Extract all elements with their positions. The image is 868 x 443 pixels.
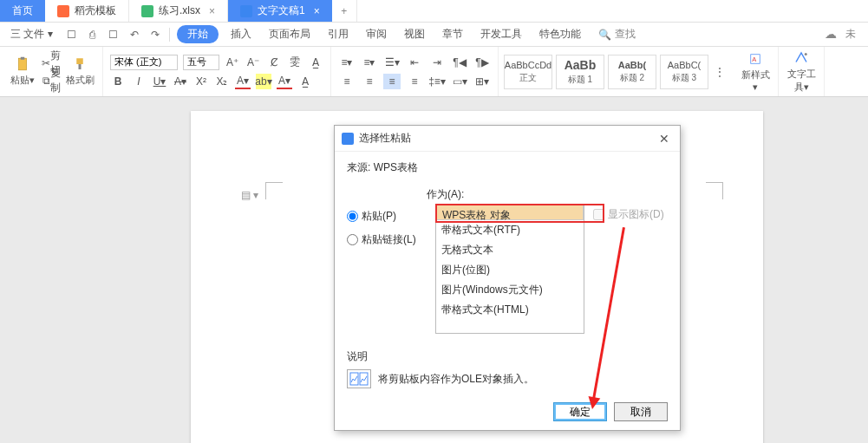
svg-point-6 xyxy=(805,53,807,55)
clipboard-group: 粘贴▾ ✂ 剪切 ⧉ 复制 格式刷 xyxy=(0,47,103,96)
menu-bar: 三 文件 ▾ ☐ ⎙ ☐ ↶ ↷ 开始 插入 页面布局 引用 审阅 视图 章节 … xyxy=(0,23,868,47)
undo-icon[interactable]: ↶ xyxy=(127,28,141,42)
ribbon: 粘贴▾ ✂ 剪切 ⧉ 复制 格式刷 A⁺ A⁻ Ȼ 雯 A̲ B I U▾ A▾… xyxy=(0,47,868,97)
ltr-icon[interactable]: ¶◀ xyxy=(451,55,468,70)
explain-section: 说明 将剪贴板内容作为OLE对象插入。 xyxy=(347,349,668,388)
tab-xlsx[interactable]: 练习.xlsx× xyxy=(129,0,228,22)
style-h3[interactable]: AaBbC(标题 3 xyxy=(660,55,708,89)
bold-icon[interactable]: B xyxy=(110,74,126,89)
text-color-icon[interactable]: A▾ xyxy=(277,74,292,89)
list-item[interactable]: WPS表格 对象 xyxy=(436,205,584,220)
save-icon[interactable]: ☐ xyxy=(65,28,79,42)
subscript-icon[interactable]: X₂ xyxy=(214,74,230,89)
clear-format-icon[interactable]: Ȼ xyxy=(266,55,282,70)
tab-xlsx-label: 练习.xlsx xyxy=(159,3,200,18)
radio-paste-link[interactable]: 粘贴链接(L) xyxy=(347,232,427,247)
tab-doc-active[interactable]: 文字文稿1× xyxy=(228,0,332,22)
writer-icon xyxy=(240,5,252,17)
underline-icon[interactable]: U▾ xyxy=(152,74,167,89)
search-box[interactable]: 🔍查找 xyxy=(598,27,636,42)
menu-section[interactable]: 章节 xyxy=(437,25,468,43)
radio-paste[interactable]: 粘贴(P) xyxy=(347,209,427,224)
indent-inc-icon[interactable]: ⇥ xyxy=(428,55,446,70)
search-icon: 🔍 xyxy=(598,29,611,41)
highlight-icon[interactable]: ab▾ xyxy=(256,74,271,89)
print-icon[interactable]: ⎙ xyxy=(86,28,100,42)
preview-icon[interactable]: ☐ xyxy=(107,28,121,42)
ok-button[interactable]: 确定 xyxy=(553,402,607,421)
shrink-font-icon[interactable]: A⁻ xyxy=(245,55,261,70)
borders-icon[interactable]: ⊞▾ xyxy=(473,74,491,89)
shading-icon[interactable]: ▭▾ xyxy=(451,74,468,89)
format-listbox[interactable]: WPS表格 对象 带格式文本(RTF) 无格式文本 图片(位图) 图片(Wind… xyxy=(435,204,584,334)
svg-rect-3 xyxy=(79,64,82,69)
list-item[interactable]: 带格式文本(HTML) xyxy=(436,300,584,320)
tab-new[interactable]: + xyxy=(332,0,357,22)
align-center-icon[interactable]: ≡ xyxy=(361,74,378,89)
copy-button[interactable]: ⧉ 复制 xyxy=(43,73,59,88)
explain-heading: 说明 xyxy=(347,349,668,364)
close-icon[interactable]: × xyxy=(314,5,320,17)
pinyin-icon[interactable]: 雯 xyxy=(287,55,303,70)
file-menu[interactable]: 三 文件 ▾ xyxy=(5,25,58,43)
menu-feature[interactable]: 特色功能 xyxy=(534,25,586,43)
svg-rect-7 xyxy=(350,373,358,385)
menu-view[interactable]: 视图 xyxy=(399,25,430,43)
list-item[interactable]: 无格式文本 xyxy=(436,240,584,260)
menu-ref[interactable]: 引用 xyxy=(323,25,354,43)
menu-und: 未 xyxy=(845,27,856,42)
char-border-icon[interactable]: A̲ xyxy=(308,55,323,70)
styles-group: AaBbCcDd正文 AaBb标题 1 AaBb(标题 2 AaBbC(标题 3… xyxy=(499,47,733,96)
menu-review[interactable]: 审阅 xyxy=(361,25,392,43)
menu-insert[interactable]: 插入 xyxy=(225,25,257,43)
format-brush-button[interactable]: 格式刷 xyxy=(64,56,95,87)
align-right-icon[interactable]: ≡ xyxy=(406,74,423,89)
cancel-button[interactable]: 取消 xyxy=(614,402,668,421)
style-normal[interactable]: AaBbCcDd正文 xyxy=(504,55,552,89)
align-justify-icon[interactable]: ≡ xyxy=(383,74,401,89)
paste-button[interactable]: 粘贴▾ xyxy=(7,56,38,87)
strike-icon[interactable]: A▾ xyxy=(173,74,188,89)
font-group: A⁺ A⁻ Ȼ 雯 A̲ B I U▾ A▾ X² X₂ A▾ ab▾ A▾ A… xyxy=(103,47,331,96)
new-style-button[interactable]: A新样式▾ xyxy=(740,51,771,93)
multilevel-icon[interactable]: ☰▾ xyxy=(383,55,401,70)
char-shading-icon[interactable]: A̲ xyxy=(297,74,313,89)
newstyle-group: A新样式▾ xyxy=(733,47,779,96)
font-color-icon[interactable]: A▾ xyxy=(235,74,251,89)
document-tabbar: 首页 稻壳模板 练习.xlsx× 文字文稿1× + xyxy=(0,0,868,23)
show-icon-checkbox[interactable]: 显示图标(D) xyxy=(593,207,668,222)
list-item[interactable]: 带格式文本(RTF) xyxy=(436,220,584,240)
menu-layout[interactable]: 页面布局 xyxy=(264,25,316,43)
grow-font-icon[interactable]: A⁺ xyxy=(225,55,240,70)
close-icon[interactable]: × xyxy=(209,5,215,17)
tab-home[interactable]: 首页 xyxy=(0,0,45,22)
menu-dev[interactable]: 开发工具 xyxy=(475,25,527,43)
menu-right: ☁ 未 xyxy=(825,27,863,42)
font-size-select[interactable] xyxy=(183,55,219,70)
rtl-icon[interactable]: ¶▶ xyxy=(473,55,491,70)
line-spacing-icon[interactable]: ‡≡▾ xyxy=(428,74,446,89)
indent-dec-icon[interactable]: ⇤ xyxy=(406,55,423,70)
list-item[interactable]: 图片(Windows元文件) xyxy=(436,280,584,300)
styles-more-icon[interactable]: ⋮ xyxy=(712,64,728,80)
paste-special-dialog: 选择性粘贴 ✕ 来源: WPS表格 作为(A): 粘贴(P) 粘贴链接(L) W… xyxy=(334,125,681,431)
dialog-titlebar[interactable]: 选择性粘贴 ✕ xyxy=(335,126,680,152)
style-h1[interactable]: AaBb标题 1 xyxy=(556,55,604,89)
superscript-icon[interactable]: X² xyxy=(193,74,209,89)
svg-rect-1 xyxy=(21,57,25,60)
menu-start[interactable]: 开始 xyxy=(177,25,219,43)
tab-doc-label: 文字文稿1 xyxy=(258,3,305,18)
italic-icon[interactable]: I xyxy=(131,74,147,89)
tab-template[interactable]: 稻壳模板 xyxy=(45,0,129,22)
redo-icon[interactable]: ↷ xyxy=(148,28,162,42)
list-item[interactable]: 图片(位图) xyxy=(436,260,584,280)
cloud-icon[interactable]: ☁ xyxy=(825,27,837,42)
text-tool-button[interactable]: 文字工具▾ xyxy=(786,50,817,94)
style-h2[interactable]: AaBb(标题 2 xyxy=(608,55,656,89)
numbering-icon[interactable]: ≡▾ xyxy=(361,55,378,70)
align-left-icon[interactable]: ≡ xyxy=(338,74,356,89)
close-button[interactable]: ✕ xyxy=(656,132,673,146)
font-name-select[interactable] xyxy=(110,55,178,70)
writer-icon xyxy=(342,133,354,145)
bullets-icon[interactable]: ≡▾ xyxy=(338,55,356,70)
